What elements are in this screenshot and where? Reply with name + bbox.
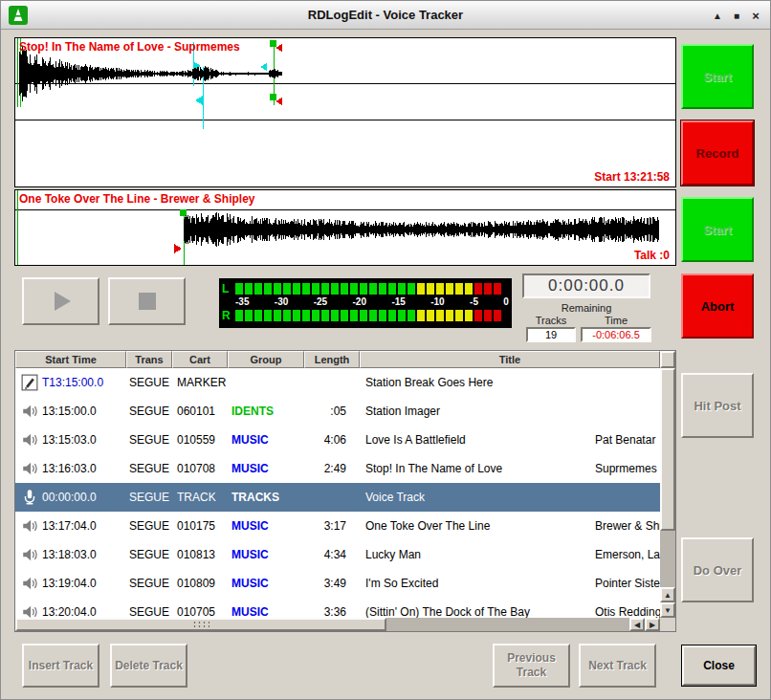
table-body: T13:15:00.0 SEGUE MARKER Station Break G… [15, 368, 660, 618]
artist-cell: Pointer Sisters [595, 577, 660, 590]
insert-track-button[interactable]: Insert Track [22, 644, 99, 688]
column-header-start-time[interactable]: Start Time [15, 351, 126, 368]
horizontal-scrollbar[interactable]: ◀ ▶ [15, 618, 660, 631]
artist-cell: Otis Redding [595, 605, 660, 618]
transition-cell: SEGUE [129, 605, 173, 618]
cart-number-cell: 010175 [177, 519, 227, 533]
window-title: RDLogEdit - Voice Tracker [1, 8, 770, 22]
elapsed-time-display: 0:00:00.0 [522, 273, 650, 298]
table-row[interactable]: 13:15:03.0 SEGUE 010559 MUSIC 4:06 Love … [15, 426, 660, 454]
table-row[interactable]: 13:16:03.0 SEGUE 010708 MUSIC 2:49 Stop!… [15, 454, 660, 483]
fade-markers[interactable] [193, 42, 203, 129]
play-icon [49, 289, 74, 314]
table-row[interactable]: 13:15:00.0 SEGUE 060101 IDENTS :05 Stati… [15, 397, 660, 426]
start-time-cell: 13:17:04.0 [42, 519, 124, 533]
transition-cell: SEGUE [129, 577, 173, 590]
length-cell: 3:36 [298, 605, 346, 618]
scroll-up-icon[interactable]: ▲ [660, 587, 675, 602]
group-cell: IDENTS [231, 405, 298, 418]
previous-track-title: Stop! In The Name of Love - Suprmemes [19, 40, 240, 54]
table-row[interactable]: 13:20:04.0 SEGUE 010705 MUSIC 3:36 (Sitt… [15, 598, 660, 618]
length-cell: 3:49 [298, 577, 346, 590]
vertical-scrollbar-thumb[interactable] [660, 368, 675, 531]
column-header-trans[interactable]: Trans [126, 351, 172, 368]
play-button[interactable] [22, 277, 99, 325]
time-remaining-label: Time [581, 315, 651, 326]
group-cell: MUSIC [231, 519, 298, 533]
vertical-scrollbar[interactable]: ▲ ▼ [660, 368, 675, 618]
group-cell: MUSIC [231, 605, 298, 618]
column-header-group[interactable]: Group [228, 351, 304, 368]
scroll-left-icon[interactable]: ◀ [629, 618, 645, 631]
hit-post-button[interactable]: Hit Post [681, 373, 754, 438]
transition-cell: SEGUE [129, 462, 173, 475]
do-over-button[interactable]: Do Over [681, 537, 754, 602]
table-row[interactable]: T13:15:00.0 SEGUE MARKER Station Break G… [15, 368, 660, 397]
waveform-panel-previous-track[interactable]: Stop! In The Name of Love - Suprmemes St… [14, 37, 676, 187]
table-row[interactable]: 13:18:03.0 SEGUE 010813 MUSIC 4:34 Lucky… [15, 540, 660, 569]
column-header-length[interactable]: Length [304, 351, 360, 368]
title-cell: I'm So Excited [365, 577, 591, 590]
left-channel-label: L [222, 283, 235, 295]
title-cell: One Toke Over The Line [365, 519, 591, 533]
next-track-button[interactable]: Next Track [579, 644, 656, 688]
thumb-grip [192, 621, 209, 628]
speaker-icon [21, 460, 38, 477]
close-icon[interactable]: × [747, 7, 764, 24]
cart-number-cell: 010708 [177, 462, 227, 475]
scroll-right-icon[interactable]: ▶ [645, 618, 660, 631]
start-time-cell: 13:15:00.0 [42, 405, 124, 418]
waveform-panel-next-track[interactable]: One Toke Over The Line - Brewer & Shiple… [14, 189, 676, 266]
cart-number-cell: 010705 [177, 605, 227, 618]
artist-cell: Brewer & Shipley [595, 519, 660, 533]
length-cell: :05 [298, 405, 346, 418]
cart-number-cell: 010813 [177, 548, 227, 561]
abort-button[interactable]: Abort [681, 273, 754, 339]
close-button[interactable]: Close [682, 645, 756, 686]
meter-tick-label: -15 [391, 296, 405, 307]
speaker-icon [21, 403, 38, 420]
column-header-cart[interactable]: Cart [172, 351, 228, 368]
start-time-cell: 13:19:04.0 [42, 577, 124, 590]
table-row[interactable]: 00:00:00.0 SEGUE TRACK TRACKS Voice Trac… [15, 483, 660, 512]
transition-cell: SEGUE [129, 548, 173, 561]
title-cell: (Sittin' On) The Dock of The Bay [365, 605, 591, 618]
right-channel-label: R [222, 310, 235, 321]
meter-tick-label: -35 [235, 296, 249, 307]
transition-cell: SEGUE [129, 433, 173, 447]
start-time-cell: 00:00:00.0 [42, 491, 124, 504]
group-cell: MUSIC [231, 462, 298, 475]
cart-number-cell: 010809 [177, 577, 227, 590]
start-time-cell: 13:20:04.0 [42, 605, 124, 618]
cart-number-cell: 010559 [177, 433, 227, 447]
start-track1-button[interactable]: Start [681, 44, 754, 109]
scrollbar-corner [660, 351, 675, 368]
cart-number-cell: 060101 [177, 405, 227, 418]
cart-number-cell: TRACK [177, 491, 227, 504]
maximize-icon[interactable]: ■ [728, 7, 745, 24]
group-cell: MUSIC [231, 577, 298, 590]
record-button[interactable]: Record [681, 120, 754, 186]
titlebar[interactable]: RDLogEdit - Voice Tracker ▲ ■ × [1, 1, 770, 30]
left-meter-segments [235, 283, 509, 295]
previous-track-button[interactable]: Previous Track [493, 644, 570, 688]
transition-cell: SEGUE [129, 519, 173, 533]
right-meter-segments [235, 310, 509, 321]
artist-cell: Emerson, Lake & Palmer [595, 548, 660, 561]
delete-track-button[interactable]: Delete Track [110, 644, 187, 688]
speaker-icon [21, 575, 38, 592]
horizontal-scrollbar-thumb[interactable] [15, 618, 386, 631]
scroll-down-icon[interactable]: ▼ [660, 602, 675, 618]
meter-tick-label: -25 [314, 296, 327, 307]
talk-time-label: Talk :0 [634, 249, 670, 262]
start-track2-button[interactable]: Start [681, 197, 754, 262]
meter-tick-label: -20 [353, 296, 366, 307]
table-row[interactable]: 13:17:04.0 SEGUE 010175 MUSIC 3:17 One T… [15, 512, 660, 540]
shade-icon[interactable]: ▲ [709, 7, 726, 24]
table-row[interactable]: 13:19:04.0 SEGUE 010809 MUSIC 3:49 I'm S… [15, 569, 660, 598]
column-header-title[interactable]: Title [360, 351, 660, 368]
marker-icon [21, 374, 38, 391]
stop-button[interactable] [108, 277, 186, 325]
tracks-remaining-label: Tracks [526, 315, 576, 326]
length-cell: 4:34 [298, 548, 346, 561]
